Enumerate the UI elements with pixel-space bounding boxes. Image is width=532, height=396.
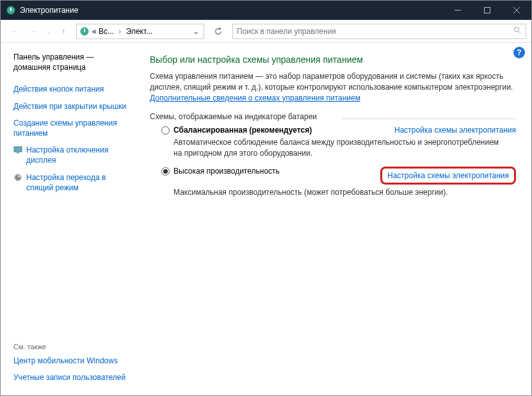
sidebar-link-create-plan[interactable]: Создание схемы управления питанием — [13, 118, 131, 138]
control-panel-home-link[interactable]: Панель управления — домашняя страница — [13, 52, 131, 72]
learn-more-link[interactable]: Дополнительные сведения о схемах управле… — [150, 94, 360, 103]
refresh-button[interactable] — [209, 24, 227, 39]
svg-point-8 — [514, 27, 519, 31]
svg-rect-11 — [17, 153, 19, 153]
plan-balanced-label: Сбалансированная (рекомендуется) — [173, 126, 312, 135]
sleep-icon — [13, 173, 22, 193]
see-also-heading: См. также — [13, 343, 131, 351]
sidebar-link-display-off[interactable]: Настройка отключения дисплея — [26, 145, 131, 165]
plan-balanced-settings-link[interactable]: Настройка схемы электропитания — [394, 126, 516, 135]
back-button[interactable]: ← — [6, 22, 24, 40]
svg-rect-10 — [14, 147, 22, 152]
minimize-button[interactable] — [443, 1, 472, 20]
titlebar: Электропитание — [1, 1, 531, 20]
address-bar[interactable]: « Вс... › Элект... ⌄ — [76, 24, 204, 39]
search-icon — [513, 26, 522, 37]
svg-rect-3 — [485, 8, 490, 13]
breadcrumb[interactable]: « Вс... › Элект... — [92, 27, 191, 36]
page-title: Выбор или настройка схемы управления пит… — [150, 54, 516, 65]
search-input[interactable]: Поиск в панели управления — [232, 24, 526, 39]
plan-balanced-desc: Автоматическое соблюдение баланса между … — [173, 137, 506, 159]
forward-button[interactable]: → — [25, 22, 43, 40]
plan-highperf-settings-link[interactable]: Настройка схемы электропитания — [380, 167, 516, 185]
chevron-down-icon[interactable]: ⌄ — [191, 27, 201, 36]
radio-highperf[interactable] — [161, 167, 170, 176]
see-also-mobility[interactable]: Центр мобильности Windows — [13, 356, 131, 366]
up-button[interactable]: ↑ — [54, 22, 72, 40]
power-icon — [79, 26, 90, 37]
plan-highperf[interactable]: Высокая производительность Настройка схе… — [161, 167, 516, 185]
plan-group-label: Схемы, отображаемые на индикаторе батаре… — [150, 112, 516, 121]
svg-line-9 — [519, 31, 520, 33]
window-title: Электропитание — [20, 6, 443, 15]
close-button[interactable] — [502, 1, 531, 20]
plan-highperf-label: Высокая производительность — [173, 167, 280, 176]
plan-balanced[interactable]: Сбалансированная (рекомендуется) Настрой… — [161, 126, 516, 135]
search-placeholder: Поиск в панели управления — [237, 27, 336, 36]
maximize-button[interactable] — [472, 1, 502, 20]
sidebar-link-sleep[interactable]: Настройка перехода в спящий режим — [26, 172, 131, 193]
page-description: Схема управления питанием — это набор па… — [150, 71, 516, 103]
recent-dropdown[interactable]: ⌄ — [44, 22, 53, 40]
help-icon[interactable]: ? — [513, 47, 525, 58]
navbar: ← → ⌄ ↑ « Вс... › Элект... ⌄ Поиск в пан… — [1, 20, 531, 43]
radio-balanced[interactable] — [161, 126, 170, 135]
main-content: ? Выбор или настройка схемы управления п… — [138, 43, 531, 395]
svg-rect-7 — [84, 29, 85, 32]
svg-rect-1 — [10, 8, 12, 11]
sidebar-link-buttons[interactable]: Действия кнопок питания — [13, 84, 131, 94]
see-also-accounts[interactable]: Учетные записи пользователей — [13, 372, 131, 383]
plan-highperf-desc: Максимальная производительность (может п… — [173, 187, 506, 198]
sidebar: Панель управления — домашняя страница Де… — [1, 43, 138, 395]
sidebar-link-lid[interactable]: Действия при закрытии крышки — [13, 101, 131, 111]
app-icon — [6, 5, 16, 15]
monitor-icon — [13, 145, 22, 165]
